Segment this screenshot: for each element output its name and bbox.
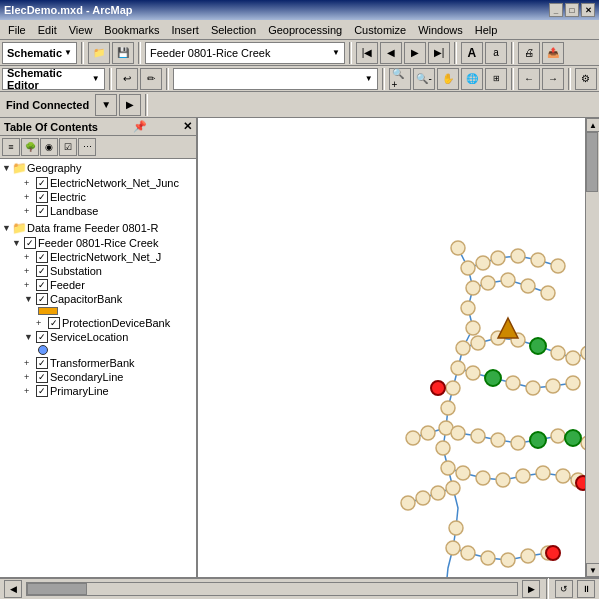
save-button[interactable]: 💾 — [112, 42, 134, 64]
elecnet-net-j-checkbox[interactable] — [36, 251, 48, 263]
toc-item-primaryline[interactable]: + PrimaryLine — [0, 384, 196, 398]
feeder0801-expand-icon[interactable]: ▼ — [12, 238, 22, 248]
undo-btn[interactable]: ↩ — [116, 68, 138, 90]
menu-edit[interactable]: Edit — [32, 22, 63, 38]
primaryline-expand-icon[interactable]: + — [24, 386, 34, 396]
text-btn-A[interactable]: A — [461, 42, 483, 64]
export-btn[interactable]: 📤 — [542, 42, 564, 64]
toc-item-elecnet-net-j[interactable]: + ElectricNetwork_Net_J — [0, 250, 196, 264]
menu-windows[interactable]: Windows — [412, 22, 469, 38]
toc-item-substation[interactable]: + Substation — [0, 264, 196, 278]
status-next-btn[interactable]: ▶ — [522, 580, 540, 598]
text-btn-a[interactable]: a — [485, 42, 507, 64]
toc-btn-tree[interactable]: 🌳 — [21, 138, 39, 156]
open-button[interactable]: 📁 — [88, 42, 110, 64]
elecnet-junc-expand-icon[interactable]: + — [24, 178, 34, 188]
toc-pin-icon[interactable]: 📌 — [133, 120, 147, 133]
dataframe-expand-icon[interactable]: ▼ — [2, 223, 12, 233]
protectiondevice-expand-icon[interactable]: + — [36, 318, 46, 328]
menu-view[interactable]: View — [63, 22, 99, 38]
secondaryline-checkbox[interactable] — [36, 371, 48, 383]
maximize-button[interactable]: □ — [565, 3, 579, 17]
electric-checkbox[interactable] — [36, 191, 48, 203]
substation-expand-icon[interactable]: + — [24, 266, 34, 276]
primaryline-checkbox[interactable] — [36, 385, 48, 397]
hscroll-thumb[interactable] — [27, 583, 87, 595]
geography-header[interactable]: ▼ 📁 Geography — [0, 160, 196, 176]
status-prev-btn[interactable]: ◀ — [4, 580, 22, 598]
vscroll-down-btn[interactable]: ▼ — [586, 563, 599, 577]
feeder-checkbox[interactable] — [36, 279, 48, 291]
menu-geoprocessing[interactable]: Geoprocessing — [262, 22, 348, 38]
toc-item-protectiondevicebank[interactable]: + ProtectionDeviceBank — [0, 316, 196, 330]
toc-item-elecnet-junc[interactable]: + ElectricNetwork_Net_Junc — [0, 176, 196, 190]
nav-btn-2[interactable]: ◀ — [380, 42, 402, 64]
pan-btn[interactable]: ✋ — [437, 68, 459, 90]
tool-dropdown[interactable]: ▼ — [173, 68, 378, 90]
zoom-in-btn[interactable]: 🔍+ — [389, 68, 412, 90]
fwd-btn[interactable]: → — [542, 68, 564, 90]
hscroll-track[interactable] — [26, 582, 518, 596]
toc-close-icon[interactable]: ✕ — [183, 120, 192, 133]
menu-file[interactable]: File — [2, 22, 32, 38]
feeder-expand-icon[interactable]: + — [24, 280, 34, 290]
toc-item-landbase[interactable]: + Landbase — [0, 204, 196, 218]
nav-btn-1[interactable]: |◀ — [356, 42, 378, 64]
landbase-checkbox[interactable] — [36, 205, 48, 217]
back-btn[interactable]: ← — [518, 68, 540, 90]
vertical-scrollbar[interactable]: ▲ ▼ — [585, 118, 599, 577]
globe-btn[interactable]: 🌐 — [461, 68, 483, 90]
electric-expand-icon[interactable]: + — [24, 192, 34, 202]
map-area[interactable]: ▲ ▼ — [198, 118, 599, 577]
toc-item-servicelocation[interactable]: ▼ ServiceLocation — [0, 330, 196, 344]
servicelocation-expand-icon[interactable]: ▼ — [24, 332, 34, 342]
geography-expand-icon[interactable]: ▼ — [2, 163, 12, 173]
menu-selection[interactable]: Selection — [205, 22, 262, 38]
settings-btn[interactable]: ⚙ — [575, 68, 597, 90]
nav-btn-4[interactable]: ▶| — [428, 42, 450, 64]
minimize-button[interactable]: _ — [549, 3, 563, 17]
secondaryline-expand-icon[interactable]: + — [24, 372, 34, 382]
landbase-expand-icon[interactable]: + — [24, 206, 34, 216]
menu-bookmarks[interactable]: Bookmarks — [98, 22, 165, 38]
elecnet-junc-checkbox[interactable] — [36, 177, 48, 189]
toc-btn-list[interactable]: ≡ — [2, 138, 20, 156]
toc-item-feeder[interactable]: + Feeder — [0, 278, 196, 292]
vscroll-up-btn[interactable]: ▲ — [586, 118, 599, 132]
pause-btn[interactable]: ⏸ — [577, 580, 595, 598]
toc-item-electric[interactable]: + Electric — [0, 190, 196, 204]
edit-btn[interactable]: ✏ — [140, 68, 162, 90]
menu-insert[interactable]: Insert — [165, 22, 205, 38]
feeder0801-checkbox[interactable] — [24, 237, 36, 249]
find-dropdown-arrow[interactable]: ▼ — [95, 94, 117, 116]
print-btn[interactable]: 🖨 — [518, 42, 540, 64]
menu-help[interactable]: Help — [469, 22, 504, 38]
protectiondevice-checkbox[interactable] — [48, 317, 60, 329]
refresh-btn[interactable]: ↺ — [555, 580, 573, 598]
toc-btn-sel[interactable]: ☑ — [59, 138, 77, 156]
zoom-out-btn[interactable]: 🔍- — [413, 68, 435, 90]
transformerbank-expand-icon[interactable]: + — [24, 358, 34, 368]
feeder-dropdown[interactable]: Feeder 0801-Rice Creek ▼ — [145, 42, 345, 64]
schematic-editor-dropdown[interactable]: Schematic Editor ▼ — [2, 68, 105, 90]
substation-checkbox[interactable] — [36, 265, 48, 277]
toc-item-capacitorbank[interactable]: ▼ CapacitorBank — [0, 292, 196, 306]
menu-customize[interactable]: Customize — [348, 22, 412, 38]
title-buttons[interactable]: _ □ ✕ — [549, 3, 595, 17]
toc-item-secondaryline[interactable]: + SecondaryLine — [0, 370, 196, 384]
servicelocation-checkbox[interactable] — [36, 331, 48, 343]
close-button[interactable]: ✕ — [581, 3, 595, 17]
capacitorbank-checkbox[interactable] — [36, 293, 48, 305]
nav-btn-3[interactable]: ▶ — [404, 42, 426, 64]
elecnet-net-j-expand-icon[interactable]: + — [24, 252, 34, 262]
capacitorbank-expand-icon[interactable]: ▼ — [24, 294, 34, 304]
vscroll-thumb[interactable] — [586, 132, 598, 192]
vscroll-track[interactable] — [586, 132, 599, 563]
toc-item-transformerbank[interactable]: + TransformerBank — [0, 356, 196, 370]
dataframe-header[interactable]: ▼ 📁 Data frame Feeder 0801-R — [0, 220, 196, 236]
fullextent-btn[interactable]: ⊞ — [485, 68, 507, 90]
run-btn[interactable]: ▶ — [119, 94, 141, 116]
toc-btn-src[interactable]: ◉ — [40, 138, 58, 156]
toc-item-feeder0801[interactable]: ▼ Feeder 0801-Rice Creek — [0, 236, 196, 250]
toc-btn-more[interactable]: ⋯ — [78, 138, 96, 156]
